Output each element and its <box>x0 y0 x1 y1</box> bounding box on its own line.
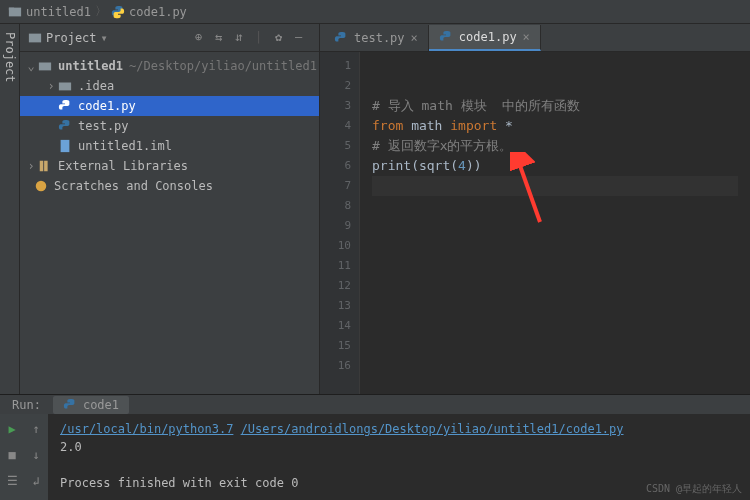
stop-button[interactable]: ■ <box>3 446 21 464</box>
exit-status: Process finished with exit code 0 <box>60 474 738 492</box>
project-tree: ⌄ untitled1 ~/Desktop/yiliao/untitled1 ›… <box>20 52 319 394</box>
tree-item-label: test.py <box>78 119 129 133</box>
divider: | <box>255 30 271 46</box>
tree-item-label: code1.py <box>78 99 136 113</box>
rerun-button[interactable]: ▶ <box>3 420 21 438</box>
wrap-button[interactable]: ↲ <box>27 472 45 490</box>
chevron-right-icon[interactable]: › <box>24 159 38 173</box>
chevron-right-icon[interactable]: › <box>44 79 58 93</box>
arrow-annotation <box>510 152 550 232</box>
python-file-icon <box>63 398 77 412</box>
collapse-icon[interactable]: ⇵ <box>235 30 251 46</box>
folder-icon <box>58 79 74 93</box>
tree-item-label: untitled1.iml <box>78 139 172 153</box>
breadcrumb-project[interactable]: untitled1 <box>8 5 91 19</box>
library-icon <box>38 159 54 173</box>
python-file-icon <box>334 31 348 45</box>
tree-item-label: External Libraries <box>58 159 188 173</box>
hide-icon[interactable]: — <box>295 30 311 46</box>
tree-item-idea[interactable]: › .idea <box>20 76 319 96</box>
python-file-icon <box>58 119 74 133</box>
python-file-icon <box>58 99 74 113</box>
run-panel: Run: code1 ▶ ↑ ■ ↓ ☰ ↲ /usr/local/bin/py… <box>0 394 750 500</box>
tab-code1[interactable]: code1.py × <box>429 25 541 51</box>
console-output[interactable]: /usr/local/bin/python3.7 /Users/androidl… <box>48 414 750 500</box>
breadcrumb-file[interactable]: code1.py <box>111 5 187 19</box>
tree-root[interactable]: ⌄ untitled1 ~/Desktop/yiliao/untitled1 <box>20 56 319 76</box>
watermark: CSDN @早起的年轻人 <box>646 482 742 496</box>
breadcrumb: untitled1 〉 code1.py <box>0 0 750 24</box>
run-config-label: code1 <box>83 398 119 412</box>
folder-icon <box>38 59 54 73</box>
scratches-icon <box>34 179 50 193</box>
close-icon[interactable]: × <box>411 31 418 45</box>
down-button[interactable]: ↓ <box>27 446 45 464</box>
svg-line-9 <box>518 160 540 222</box>
gutter: 1234 5678 9101112 13141516 <box>320 52 360 394</box>
tab-label: code1.py <box>459 30 517 44</box>
svg-rect-7 <box>44 161 48 172</box>
interpreter-path[interactable]: /usr/local/bin/python3.7 <box>60 422 233 436</box>
tree-scratches[interactable]: Scratches and Consoles <box>20 176 319 196</box>
gear-icon[interactable]: ✿ <box>275 30 291 46</box>
tree-item-code1[interactable]: code1.py <box>20 96 319 116</box>
tree-item-test[interactable]: test.py <box>20 116 319 136</box>
close-icon[interactable]: × <box>523 30 530 44</box>
code-editor[interactable]: # 导入 math 模块 中的所有函数 from math import * #… <box>360 52 750 394</box>
file-icon <box>58 139 74 153</box>
tree-external-libraries[interactable]: › External Libraries <box>20 156 319 176</box>
output-line: 2.0 <box>60 438 738 456</box>
tree-item-iml[interactable]: untitled1.iml <box>20 136 319 156</box>
locate-icon[interactable]: ⊕ <box>195 30 211 46</box>
tree-item-label: .idea <box>78 79 114 93</box>
svg-point-8 <box>36 181 47 192</box>
layout-button[interactable]: ☰ <box>3 472 21 490</box>
svg-rect-1 <box>9 7 14 10</box>
sidebar-tab-project[interactable]: Project <box>0 24 20 394</box>
run-toolbar: ▶ ↑ ■ ↓ ☰ ↲ <box>0 414 48 500</box>
svg-rect-6 <box>40 161 44 172</box>
run-label: Run: <box>12 398 41 412</box>
svg-rect-2 <box>29 33 41 42</box>
svg-rect-5 <box>61 140 70 152</box>
expand-icon[interactable]: ⇆ <box>215 30 231 46</box>
chevron-down-icon: ▾ <box>101 31 108 45</box>
script-path[interactable]: /Users/androidlongs/Desktop/yiliao/untit… <box>241 422 624 436</box>
up-button[interactable]: ↑ <box>27 420 45 438</box>
tree-root-label: untitled1 <box>58 59 123 73</box>
breadcrumb-separator-icon: 〉 <box>95 3 107 20</box>
tab-label: test.py <box>354 31 405 45</box>
chevron-down-icon[interactable]: ⌄ <box>24 59 38 73</box>
python-file-icon <box>439 30 453 44</box>
project-panel: Project ▾ ⊕ ⇆ ⇵ | ✿ — ⌄ untitled1 ~/Desk… <box>20 24 320 394</box>
editor: test.py × code1.py × 1234 5678 9101112 1… <box>320 24 750 394</box>
editor-tabs: test.py × code1.py × <box>320 24 750 52</box>
run-config-tab[interactable]: code1 <box>53 396 129 414</box>
tree-root-path: ~/Desktop/yiliao/untitled1 <box>129 59 317 73</box>
tab-test[interactable]: test.py × <box>324 25 429 51</box>
project-view-dropdown[interactable]: Project ▾ <box>28 31 108 45</box>
svg-rect-4 <box>59 83 71 91</box>
svg-rect-3 <box>39 63 51 71</box>
tree-item-label: Scratches and Consoles <box>54 179 213 193</box>
